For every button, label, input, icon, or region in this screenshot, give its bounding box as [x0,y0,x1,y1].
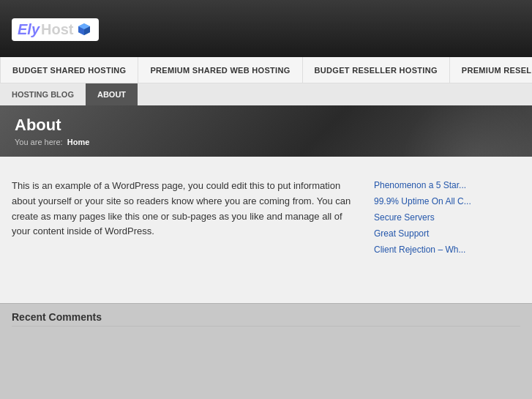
logo-cube-icon [77,22,91,37]
nav-item-premium-reseller[interactable]: PREMIUM RESELLER HOSTING [450,57,532,83]
sidebar-link-client-rejection[interactable]: Client Rejection – Wh... [374,243,509,256]
site-header: ElyHost [0,0,532,57]
logo-ely-text: Ely [18,21,40,38]
site-logo[interactable]: ElyHost [12,18,99,41]
main-content: This is an example of a WordPress page, … [0,157,532,303]
main-nav: BUDGET SHARED HOSTING PREMIUM SHARED WEB… [0,57,532,83]
sidebar-link-secure[interactable]: Secure Servers [374,211,509,224]
subnav-item-hosting-blog[interactable]: HOSTING BLOG [0,83,86,105]
content-right: Phenomenon a 5 Star... 99.9% Uptime On A… [374,171,520,291]
sub-nav: HOSTING BLOG ABOUT [0,83,532,105]
sidebar-link-phenomenon[interactable]: Phenomenon a 5 Star... [374,179,509,192]
nav-item-budget-reseller[interactable]: BUDGET RESELLER HOSTING [303,57,450,83]
breadcrumb-prefix: You are here: [15,138,63,146]
breadcrumb-home-link[interactable]: Home [67,138,90,146]
nav-item-budget-shared[interactable]: BUDGET SHARED HOSTING [0,57,138,83]
content-left: This is an example of a WordPress page, … [0,171,374,291]
sidebar-link-support[interactable]: Great Support [374,227,509,240]
subnav-item-about[interactable]: ABOUT [86,83,138,105]
nav-item-premium-shared[interactable]: PREMIUM SHARED WEB HOSTING [138,57,302,83]
sidebar-link-uptime[interactable]: 99.9% Uptime On All C... [374,195,509,208]
page-title: About [15,116,517,135]
logo-box: ElyHost [12,18,99,41]
content-body: This is an example of a WordPress page, … [12,179,359,239]
logo-host-text: Host [41,21,73,38]
recent-comments-title: Recent Comments [12,311,520,327]
footer-area: Recent Comments [0,303,532,338]
breadcrumb: You are here: Home [15,138,517,146]
page-banner: About You are here: Home [0,105,532,157]
